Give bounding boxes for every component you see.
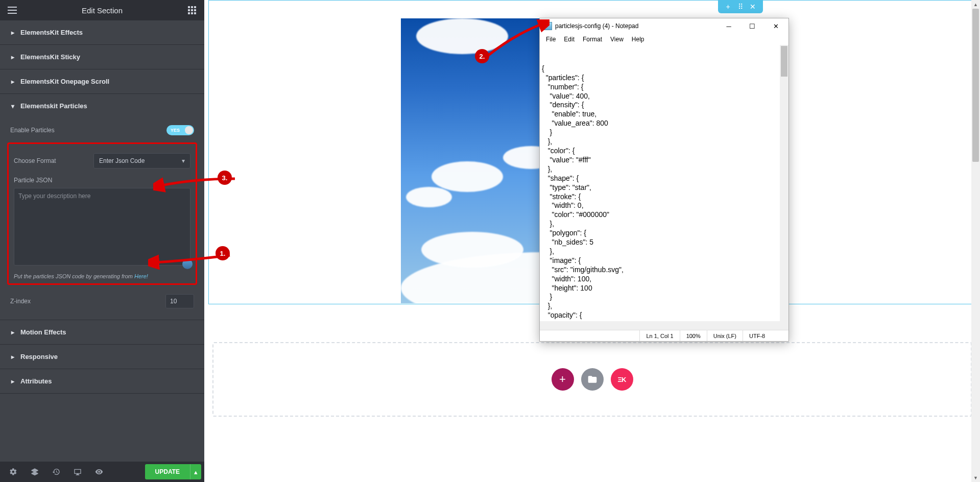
- section-particles[interactable]: Elementskit Particles: [0, 94, 204, 118]
- particle-json-label: Particle JSON: [14, 177, 190, 184]
- caret-right-icon: [11, 29, 14, 36]
- svg-rect-0: [188, 6, 190, 8]
- particles-content: Enable Particles YES Choose Format Enter…: [0, 118, 204, 320]
- navigator-icon[interactable]: [25, 462, 45, 482]
- preview-icon[interactable]: [89, 462, 109, 482]
- main-scrollbar[interactable]: ▲ ▼: [971, 0, 980, 482]
- svg-rect-6: [188, 12, 190, 14]
- settings-icon[interactable]: [3, 462, 23, 482]
- annotation-red-box: Choose Format Enter Json Code Particle J…: [7, 142, 197, 285]
- svg-rect-1: [191, 6, 193, 8]
- elementor-panel: Edit Section ElementsKit Effects Element…: [0, 0, 204, 482]
- svg-rect-3: [188, 9, 190, 11]
- section-handle: + ⠿ ✕: [718, 0, 763, 13]
- notepad-title: particlesjs-config (4) - Notepad: [555, 22, 717, 30]
- caret-right-icon: [11, 54, 14, 61]
- status-zoom: 100%: [680, 330, 707, 341]
- update-button[interactable]: UPDATE: [145, 464, 190, 479]
- panel-body: ElementsKit Effects ElementsKit Sticky E…: [0, 20, 204, 462]
- section-attributes[interactable]: Attributes: [0, 369, 204, 393]
- status-eol: Unix (LF): [707, 330, 743, 341]
- update-caret-button[interactable]: ▴: [190, 464, 201, 479]
- panel-footer: UPDATE ▴: [0, 462, 204, 482]
- section-sticky[interactable]: ElementsKit Sticky: [0, 45, 204, 69]
- menu-view[interactable]: View: [606, 35, 628, 44]
- history-icon[interactable]: [46, 462, 66, 482]
- notepad-vertical-scrollbar[interactable]: [780, 45, 788, 330]
- add-section-button[interactable]: +: [552, 368, 574, 391]
- particle-json-hint: Put the particles JSON code by generatin…: [14, 270, 190, 280]
- notepad-horizontal-scrollbar[interactable]: [540, 321, 780, 330]
- caret-right-icon: [11, 329, 14, 336]
- annotation-badge-1: 1.: [216, 246, 230, 260]
- edit-section-icon[interactable]: ⠿: [736, 2, 745, 11]
- svg-rect-4: [191, 9, 193, 11]
- caret-down-icon: [11, 103, 14, 110]
- elementskit-button[interactable]: ΞK: [611, 368, 633, 391]
- add-section-icon[interactable]: +: [724, 2, 733, 11]
- widgets-grid-icon[interactable]: [185, 3, 199, 17]
- notepad-statusbar: Ln 1, Col 1 100% Unix (LF) UTF-8: [540, 330, 788, 341]
- svg-rect-8: [194, 12, 196, 14]
- section-effects[interactable]: ElementsKit Effects: [0, 20, 204, 44]
- enable-particles-label: Enable Particles: [10, 127, 55, 134]
- notepad-app-icon: [544, 22, 552, 30]
- menu-edit[interactable]: Edit: [560, 35, 579, 44]
- scroll-up-arrow-icon[interactable]: ▲: [971, 0, 980, 9]
- scrollbar-thumb[interactable]: [781, 46, 787, 77]
- panel-header: Edit Section: [0, 0, 204, 20]
- section-responsive[interactable]: Responsive: [0, 345, 204, 369]
- caret-right-icon: [11, 378, 14, 385]
- choose-format-label: Choose Format: [14, 157, 56, 164]
- notepad-text-area[interactable]: { "particles": { "number": { "value": 40…: [540, 45, 788, 330]
- responsive-icon[interactable]: [67, 462, 88, 482]
- zindex-label: Z-index: [10, 298, 31, 305]
- minimize-button[interactable]: ─: [717, 18, 740, 34]
- hamburger-icon[interactable]: [5, 3, 19, 17]
- caret-right-icon: [11, 78, 14, 85]
- menu-help[interactable]: Help: [628, 35, 649, 44]
- section-onepage[interactable]: ElementsKit Onepage Scroll: [0, 69, 204, 93]
- notepad-titlebar[interactable]: particlesjs-config (4) - Notepad ─ ☐ ✕: [540, 18, 788, 34]
- choose-format-select[interactable]: Enter Json Code: [93, 153, 190, 168]
- notepad-window: particlesjs-config (4) - Notepad ─ ☐ ✕ F…: [539, 18, 789, 342]
- notepad-menubar: File Edit Format View Help: [540, 34, 788, 45]
- toggle-knob: [185, 126, 193, 134]
- scroll-down-arrow-icon[interactable]: ▼: [971, 473, 980, 482]
- particle-json-textarea[interactable]: [14, 188, 190, 266]
- maximize-button[interactable]: ☐: [740, 18, 764, 34]
- delete-section-icon[interactable]: ✕: [748, 2, 757, 11]
- close-button[interactable]: ✕: [764, 18, 787, 34]
- status-encoding: UTF-8: [743, 330, 788, 341]
- add-new-section-area: + ΞK: [212, 342, 972, 417]
- zindex-input[interactable]: [165, 294, 194, 308]
- enable-particles-toggle[interactable]: YES: [166, 125, 194, 135]
- template-library-button[interactable]: [581, 368, 604, 391]
- panel-title: Edit Section: [82, 6, 123, 15]
- notepad-content: { "particles": { "number": { "value": 40…: [542, 64, 786, 330]
- menu-file[interactable]: File: [542, 35, 560, 44]
- here-link[interactable]: Here!: [134, 273, 148, 279]
- chevron-down-icon: [182, 157, 185, 164]
- scrollbar-thumb[interactable]: [972, 9, 979, 162]
- svg-rect-2: [194, 6, 196, 8]
- annotation-badge-2: 2.: [475, 49, 489, 63]
- status-position: Ln 1, Col 1: [639, 330, 679, 341]
- section-motion[interactable]: Motion Effects: [0, 320, 204, 344]
- svg-rect-7: [191, 12, 193, 14]
- svg-rect-5: [194, 9, 196, 11]
- dynamic-tags-icon[interactable]: [182, 259, 193, 269]
- caret-right-icon: [11, 353, 14, 360]
- menu-format[interactable]: Format: [579, 35, 606, 44]
- annotation-badge-3: 3.: [218, 171, 232, 185]
